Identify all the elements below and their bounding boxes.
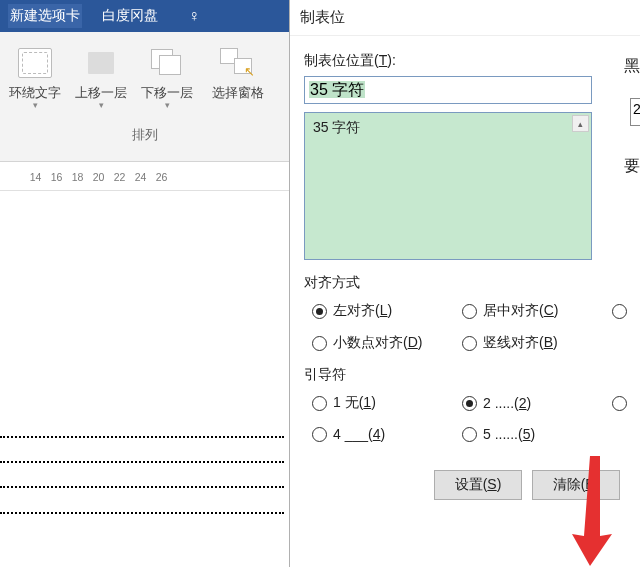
tab-leader-line [0,486,284,488]
leader-underscore-radio[interactable]: 4 ___(4) [312,426,462,442]
bring-forward-icon [88,52,114,74]
horizontal-ruler[interactable]: 14 16 18 20 22 24 26 [0,163,289,191]
tab-new[interactable]: 新建选项卡 [8,4,82,28]
wrap-text-icon [18,48,52,78]
ruler-tick: 18 [67,171,88,183]
clear-button[interactable]: 清除(E) [532,470,620,500]
alignment-radio-group: 左对齐(L) 居中对齐(C) 小数点对齐(D) 竖线对齐(B) [304,302,626,352]
tab-baidu-disk[interactable]: 白度冈盘 [100,4,160,28]
ruler-tick: 26 [151,171,172,183]
align-bar-radio[interactable]: 竖线对齐(B) [462,334,612,352]
send-backward-button[interactable]: 下移一层 ▾ [138,42,196,110]
alignment-section-label: 对齐方式 [304,274,626,292]
cropped-input[interactable]: 2 [630,98,640,126]
leader-none-radio[interactable]: 1 无(1) [312,394,462,412]
ruler-tick: 22 [109,171,130,183]
tab-leader-line [0,512,284,514]
selection-pane-button[interactable]: ↖ 选择窗格 [204,42,272,102]
word-ribbon-area: 新建选项卡 白度冈盘 ♀ 环绕文字 ▾ 上移一层 ▾ 下移一层 ▾ ↖ 选择窗格 [0,0,289,567]
document-area[interactable] [0,192,289,567]
chevron-down-icon: ▾ [33,100,38,110]
leader-3-radio[interactable] [612,394,630,412]
lightbulb-icon[interactable]: ♀ [188,7,200,25]
tab-leader-line [0,436,284,438]
selection-pane-label: 选择窗格 [212,84,264,102]
leader-radio-group: 1 无(1) 2 .....(2) 4 ___(4) 5 ......(5) [304,394,626,442]
set-button[interactable]: 设置(S) [434,470,522,500]
align-center-radio[interactable]: 居中对齐(C) [462,302,612,320]
chevron-down-icon: ▾ [99,100,104,110]
list-item[interactable]: 35 字符 [313,119,360,135]
ruler-tick: 14 [25,171,46,183]
tab-position-listbox[interactable]: 35 字符 ▴ [304,112,592,260]
cropped-label: 黑 [624,56,640,77]
tab-stops-dialog: 制表位 制表位位置(T): 35 字符 35 字符 ▴ 对齐方式 左对齐(L) … [289,0,640,567]
ribbon-group-label: 排列 [0,126,289,144]
chevron-down-icon: ▾ [165,100,170,110]
ribbon-tab-strip: 新建选项卡 白度冈盘 ♀ [0,0,289,32]
align-left-radio[interactable]: 左对齐(L) [312,302,462,320]
ruler-tick: 24 [130,171,151,183]
wrap-text-button[interactable]: 环绕文字 ▾ [6,42,64,110]
leader-section-label: 引导符 [304,366,626,384]
align-decimal-radio[interactable]: 小数点对齐(D) [312,334,462,352]
align-right-radio[interactable] [612,302,630,320]
tab-position-input[interactable]: 35 字符 [304,76,592,104]
ruler-tick: 20 [88,171,109,183]
ribbon-body: 环绕文字 ▾ 上移一层 ▾ 下移一层 ▾ ↖ 选择窗格 排列 [0,32,289,162]
cropped-label-2: 要 [624,156,640,177]
leader-dots6-radio[interactable]: 5 ......(5) [462,426,612,442]
tab-leader-line [0,461,284,463]
leader-dots-radio[interactable]: 2 .....(2) [462,394,612,412]
ruler-tick: 16 [46,171,67,183]
selection-pane-icon: ↖ [220,48,256,78]
dialog-title: 制表位 [290,0,640,36]
send-backward-icon [151,49,183,77]
tab-position-label: 制表位位置(T): [304,52,626,70]
scroll-up-icon[interactable]: ▴ [572,115,589,132]
bring-forward-button[interactable]: 上移一层 ▾ [72,42,130,110]
